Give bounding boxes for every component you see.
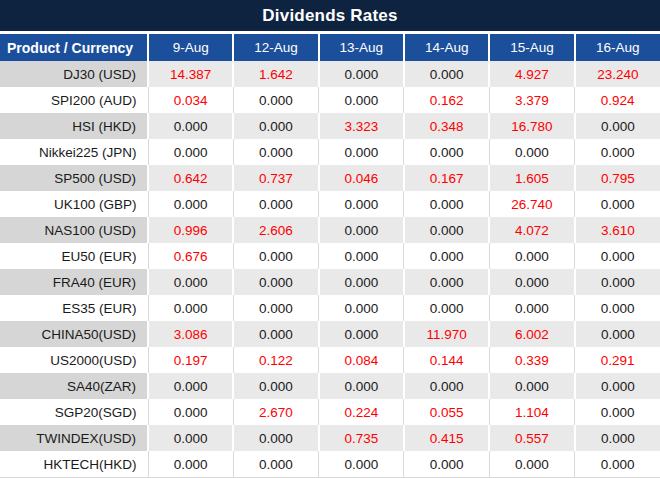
rate-value-cell: 0.000 bbox=[148, 191, 233, 217]
rate-value-cell: 0.000 bbox=[575, 243, 660, 269]
date-column-header: 16-Aug bbox=[575, 34, 660, 61]
table-row: HSI (HKD)0.0000.0003.3230.34816.7800.000 bbox=[0, 113, 660, 139]
rate-value-cell: 0.224 bbox=[319, 399, 404, 425]
table-row: SA40(ZAR)0.0000.0000.0000.0000.0000.000 bbox=[0, 373, 660, 399]
rate-value-cell: 26.740 bbox=[489, 191, 574, 217]
rate-value-cell: 11.970 bbox=[404, 321, 489, 347]
rate-value-cell: 0.000 bbox=[489, 243, 574, 269]
rate-value-cell: 0.000 bbox=[233, 451, 318, 478]
table-row: US2000(USD)0.1970.1220.0840.1440.3390.29… bbox=[0, 347, 660, 373]
rate-value-cell: 0.000 bbox=[233, 243, 318, 269]
rate-value-cell: 0.167 bbox=[404, 165, 489, 191]
rate-value-cell: 0.000 bbox=[319, 269, 404, 295]
rate-value-cell: 0.795 bbox=[575, 165, 660, 191]
rate-value-cell: 0.000 bbox=[404, 139, 489, 165]
rate-value-cell: 0.162 bbox=[404, 87, 489, 113]
rate-value-cell: 0.000 bbox=[404, 373, 489, 399]
rate-value-cell: 0.000 bbox=[489, 373, 574, 399]
table-row: DJ30 (USD)14.3871.6420.0000.0004.92723.2… bbox=[0, 61, 660, 87]
table-title-text: Dividends Rates bbox=[262, 6, 397, 26]
rate-value-cell: 4.072 bbox=[489, 217, 574, 243]
rate-value-cell: 0.084 bbox=[319, 347, 404, 373]
table-row: ES35 (EUR)0.0000.0000.0000.0000.0000.000 bbox=[0, 295, 660, 321]
table-row: NAS100 (USD)0.9962.6060.0000.0004.0723.6… bbox=[0, 217, 660, 243]
product-label: ES35 (EUR) bbox=[0, 295, 148, 321]
rate-value-cell: 0.735 bbox=[319, 425, 404, 451]
rate-value-cell: 0.415 bbox=[404, 425, 489, 451]
table-row: CHINA50(USD)3.0860.0000.00011.9706.0020.… bbox=[0, 321, 660, 347]
rate-value-cell: 0.197 bbox=[148, 347, 233, 373]
rate-value-cell: 0.000 bbox=[319, 295, 404, 321]
rate-value-cell: 0.000 bbox=[233, 321, 318, 347]
product-label: SA40(ZAR) bbox=[0, 373, 148, 399]
rate-value-cell: 0.000 bbox=[233, 139, 318, 165]
rate-value-cell: 3.323 bbox=[319, 113, 404, 139]
rate-value-cell: 0.000 bbox=[233, 425, 318, 451]
product-label: SGP20(SGD) bbox=[0, 399, 148, 425]
rate-value-cell: 0.000 bbox=[319, 217, 404, 243]
rate-value-cell: 3.379 bbox=[489, 87, 574, 113]
rate-value-cell: 0.000 bbox=[233, 191, 318, 217]
rate-value-cell: 0.000 bbox=[489, 295, 574, 321]
rate-value-cell: 0.000 bbox=[148, 269, 233, 295]
rate-value-cell: 0.000 bbox=[319, 451, 404, 478]
rate-value-cell: 0.000 bbox=[148, 425, 233, 451]
rate-value-cell: 2.606 bbox=[233, 217, 318, 243]
product-label: CHINA50(USD) bbox=[0, 321, 148, 347]
rate-value-cell: 0.000 bbox=[489, 139, 574, 165]
product-label: US2000(USD) bbox=[0, 347, 148, 373]
rate-value-cell: 0.122 bbox=[233, 347, 318, 373]
rate-value-cell: 0.000 bbox=[233, 87, 318, 113]
rate-value-cell: 0.000 bbox=[404, 191, 489, 217]
date-column-header: 14-Aug bbox=[404, 34, 489, 61]
rate-value-cell: 0.000 bbox=[575, 399, 660, 425]
rate-value-cell: 0.000 bbox=[148, 295, 233, 321]
rate-value-cell: 0.000 bbox=[404, 61, 489, 87]
rate-value-cell: 1.642 bbox=[233, 61, 318, 87]
rate-value-cell: 0.000 bbox=[404, 451, 489, 478]
rate-value-cell: 0.000 bbox=[148, 139, 233, 165]
rate-value-cell: 4.927 bbox=[489, 61, 574, 87]
table-row: SP500 (USD)0.6420.7370.0460.1671.6050.79… bbox=[0, 165, 660, 191]
table-body: DJ30 (USD)14.3871.6420.0000.0004.92723.2… bbox=[0, 61, 660, 478]
table-row: UK100 (GBP)0.0000.0000.0000.00026.7400.0… bbox=[0, 191, 660, 217]
rate-value-cell: 0.000 bbox=[319, 87, 404, 113]
table-header-row: Product / Currency 9-Aug12-Aug13-Aug14-A… bbox=[0, 34, 660, 61]
rate-value-cell: 0.000 bbox=[404, 243, 489, 269]
rate-value-cell: 16.780 bbox=[489, 113, 574, 139]
rate-value-cell: 0.000 bbox=[319, 373, 404, 399]
table-row: TWINDEX(USD)0.0000.0000.7350.4150.5570.0… bbox=[0, 425, 660, 451]
date-column-header: 12-Aug bbox=[233, 34, 318, 61]
product-label: DJ30 (USD) bbox=[0, 61, 148, 87]
rate-value-cell: 0.000 bbox=[575, 321, 660, 347]
rate-value-cell: 3.086 bbox=[148, 321, 233, 347]
rate-value-cell: 0.000 bbox=[319, 243, 404, 269]
rate-value-cell: 0.000 bbox=[148, 113, 233, 139]
rate-value-cell: 0.339 bbox=[489, 347, 574, 373]
date-column-header: 9-Aug bbox=[148, 34, 233, 61]
rate-value-cell: 0.034 bbox=[148, 87, 233, 113]
rate-value-cell: 23.240 bbox=[575, 61, 660, 87]
product-label: HSI (HKD) bbox=[0, 113, 148, 139]
product-label: FRA40 (EUR) bbox=[0, 269, 148, 295]
rate-value-cell: 1.605 bbox=[489, 165, 574, 191]
rate-value-cell: 0.000 bbox=[575, 139, 660, 165]
rate-value-cell: 0.000 bbox=[575, 425, 660, 451]
rate-value-cell: 0.000 bbox=[575, 295, 660, 321]
product-label: SP500 (USD) bbox=[0, 165, 148, 191]
product-currency-column-header: Product / Currency bbox=[0, 34, 148, 61]
rate-value-cell: 6.002 bbox=[489, 321, 574, 347]
date-column-header: 13-Aug bbox=[319, 34, 404, 61]
rate-value-cell: 0.924 bbox=[575, 87, 660, 113]
rate-value-cell: 0.996 bbox=[148, 217, 233, 243]
table-row: FRA40 (EUR)0.0000.0000.0000.0000.0000.00… bbox=[0, 269, 660, 295]
rate-value-cell: 0.642 bbox=[148, 165, 233, 191]
dividends-rates-table: Product / Currency 9-Aug12-Aug13-Aug14-A… bbox=[0, 34, 660, 478]
rate-value-cell: 0.000 bbox=[575, 269, 660, 295]
product-label: UK100 (GBP) bbox=[0, 191, 148, 217]
product-label: NAS100 (USD) bbox=[0, 217, 148, 243]
date-column-header: 15-Aug bbox=[489, 34, 574, 61]
rate-value-cell: 3.610 bbox=[575, 217, 660, 243]
rate-value-cell: 0.000 bbox=[489, 269, 574, 295]
rate-value-cell: 0.000 bbox=[489, 451, 574, 478]
